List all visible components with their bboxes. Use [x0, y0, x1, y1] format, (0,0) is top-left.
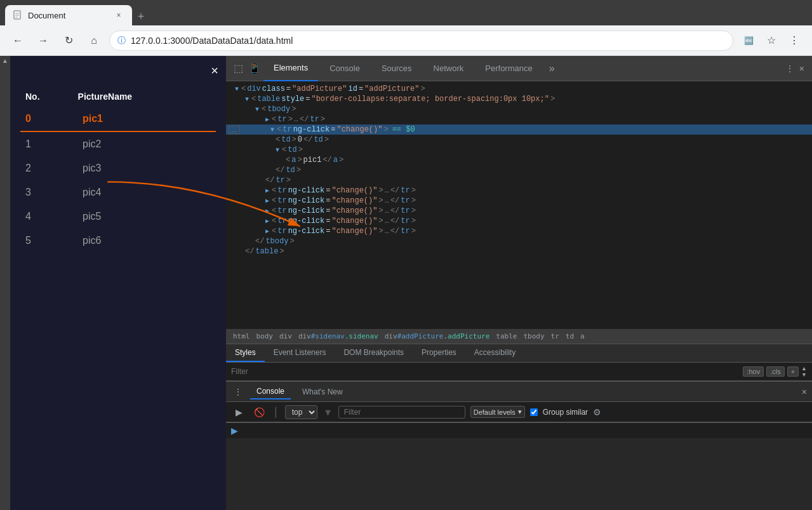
devtools-close-button[interactable]: ×	[797, 61, 807, 76]
address-bar[interactable]: ⓘ 127.0.0.1:3000/DataDataData1/data.html	[109, 30, 733, 51]
tab-sources[interactable]: Sources	[371, 56, 422, 81]
dom-line[interactable]: </tbody>	[226, 236, 812, 246]
browser-tab[interactable]: Document ×	[5, 5, 132, 25]
home-button[interactable]: ⌂	[84, 30, 104, 51]
table-row[interactable]: 2pic3	[20, 156, 216, 180]
tab-event-listeners[interactable]: Event Listeners	[265, 344, 335, 362]
breadcrumb-div[interactable]: div	[277, 332, 294, 341]
webpage-close-button[interactable]: ×	[211, 64, 218, 78]
table-row[interactable]: 3pic4	[20, 180, 216, 205]
row-picturename: pic3	[83, 163, 101, 174]
default-levels-select[interactable]: Default levels ▾	[470, 406, 525, 418]
console-menu-button[interactable]: ⋮	[231, 384, 245, 399]
dom-line-highlighted[interactable]: … ▼ <tr ng-click="change()" > == $0	[226, 124, 812, 135]
expand-icon[interactable]: ▶	[265, 197, 269, 205]
dom-line[interactable]: ▶ <tr ng-click="change()" > … </tr>	[226, 216, 812, 226]
scroll-up-button[interactable]: ▲	[1, 56, 10, 65]
reload-button[interactable]: ↻	[58, 30, 79, 51]
expand-icon[interactable]: ▼	[276, 147, 279, 154]
dom-line[interactable]: ▼ <tbody>	[226, 104, 812, 114]
breadcrumb-bar: html body div div#sidenav.sidenav div#ad…	[226, 329, 812, 344]
dom-line[interactable]: </tr>	[226, 175, 812, 185]
expand-icon[interactable]: ▼	[270, 126, 274, 133]
dom-line[interactable]: </table>	[226, 246, 812, 257]
dom-line[interactable]: ▶ <tr ng-click="change()" > … </tr>	[226, 185, 812, 196]
table-rows: 0pic11pic22pic33pic44pic55pic6	[20, 107, 216, 253]
settings-button[interactable]: ⋮	[784, 30, 804, 51]
table-row[interactable]: 4pic5	[20, 205, 216, 229]
group-similar-checkbox[interactable]	[530, 408, 538, 416]
table-header: No. PictureName	[20, 91, 216, 102]
row-picturename: pic2	[83, 138, 101, 150]
breadcrumb-body[interactable]: body	[255, 332, 276, 341]
breadcrumb-a[interactable]: a	[578, 332, 587, 341]
tab-performance[interactable]: Performance	[475, 56, 542, 81]
console-close-button[interactable]: ×	[802, 387, 807, 397]
breadcrumb-tr[interactable]: tr	[549, 332, 561, 341]
breadcrumb-td[interactable]: td	[564, 332, 576, 341]
expand-icon[interactable]: ▶	[265, 187, 269, 194]
inspect-element-button[interactable]: ⬚	[231, 60, 246, 77]
cls-button[interactable]: .cls	[766, 366, 785, 377]
expand-icon[interactable]: ▶	[265, 217, 269, 225]
expand-icon[interactable]: ▼	[255, 106, 259, 113]
new-tab-button[interactable]: +	[132, 8, 150, 25]
bookmark-button[interactable]: ☆	[761, 30, 782, 51]
add-style-button[interactable]: +	[787, 366, 799, 377]
tab-dom-breakpoints[interactable]: DOM Breakpoints	[335, 344, 413, 362]
dom-line[interactable]: ▶ <tr ng-click="change()" > … </tr>	[226, 196, 812, 206]
dom-line[interactable]: <a> pic1 </a>	[226, 155, 812, 165]
dom-line[interactable]: ▼ <table style="border-collapse:separate…	[226, 94, 812, 104]
tab-close-button[interactable]: ×	[113, 10, 124, 21]
tab-console-drawer[interactable]: Console	[250, 384, 291, 399]
breadcrumb-html[interactable]: html	[231, 332, 252, 341]
row-picturename: pic5	[83, 211, 101, 222]
dom-tree: ▼ <div class="addPicture" id="addPicture…	[226, 81, 812, 329]
devtools-settings-button[interactable]: ⋮	[783, 61, 797, 76]
breadcrumb-div-addpicture[interactable]: div#addPicture.addPicture	[383, 332, 492, 341]
console-context-select[interactable]: top	[285, 405, 317, 419]
device-toolbar-button[interactable]: 📱	[246, 60, 263, 77]
tab-network[interactable]: Network	[423, 56, 474, 81]
breadcrumb-div-sidenav[interactable]: div#sidenav.sidenav	[296, 332, 380, 341]
back-button[interactable]: ←	[8, 30, 28, 51]
tab-styles[interactable]: Styles	[226, 344, 265, 362]
expand-icon[interactable]: ▼	[245, 96, 249, 103]
col-header-picturename: PictureName	[78, 91, 133, 102]
dom-line[interactable]: ▼ <td>	[226, 145, 812, 155]
row-number: 2	[25, 163, 44, 174]
expand-icon[interactable]: ▶	[265, 227, 269, 235]
breadcrumb-tbody[interactable]: tbody	[521, 332, 546, 341]
console-topbar: ⋮ Console What's New ×	[226, 382, 812, 402]
console-run-button[interactable]: ▶	[231, 405, 246, 420]
console-gear-button[interactable]: ⚙	[593, 407, 601, 417]
expand-icon[interactable]: ▼	[235, 86, 239, 93]
dom-more-button[interactable]: …	[229, 126, 240, 134]
translate-button[interactable]: 🔤	[738, 30, 759, 51]
tab-console[interactable]: Console	[319, 56, 370, 81]
tab-whats-new[interactable]: What's New	[296, 385, 349, 399]
styles-filter-input[interactable]	[231, 367, 743, 376]
table-row[interactable]: 1pic2	[20, 132, 216, 156]
forward-button[interactable]: →	[33, 30, 53, 51]
dom-line[interactable]: </td>	[226, 165, 812, 175]
devtools-tabs: Elements Console Sources Network Perform…	[263, 56, 783, 81]
console-clear-button[interactable]: 🚫	[251, 405, 267, 420]
dom-line[interactable]: ▶ <tr ng-click="change()" > … </tr>	[226, 226, 812, 236]
dom-line[interactable]: ▼ <div class="addPicture" id="addPicture…	[226, 84, 812, 94]
table-row[interactable]: 0pic1	[20, 107, 216, 132]
dom-line[interactable]: ▶ <tr> … </tr>	[226, 114, 812, 124]
console-filter-input[interactable]	[338, 406, 465, 419]
table-row[interactable]: 5pic6	[20, 229, 216, 253]
tab-elements[interactable]: Elements	[263, 56, 318, 81]
expand-icon[interactable]: ▶	[265, 116, 269, 123]
document-icon	[13, 10, 23, 20]
breadcrumb-table[interactable]: table	[494, 332, 519, 341]
dom-line[interactable]: <td> 0 </td>	[226, 135, 812, 145]
tab-properties[interactable]: Properties	[413, 344, 465, 362]
dom-line[interactable]: ▶ <tr ng-click="change()" > … </tr>	[226, 206, 812, 216]
expand-icon[interactable]: ▶	[265, 207, 269, 215]
more-tabs-button[interactable]: »	[544, 60, 560, 77]
tab-accessibility[interactable]: Accessibility	[465, 344, 524, 362]
hov-button[interactable]: :hov	[743, 366, 764, 377]
